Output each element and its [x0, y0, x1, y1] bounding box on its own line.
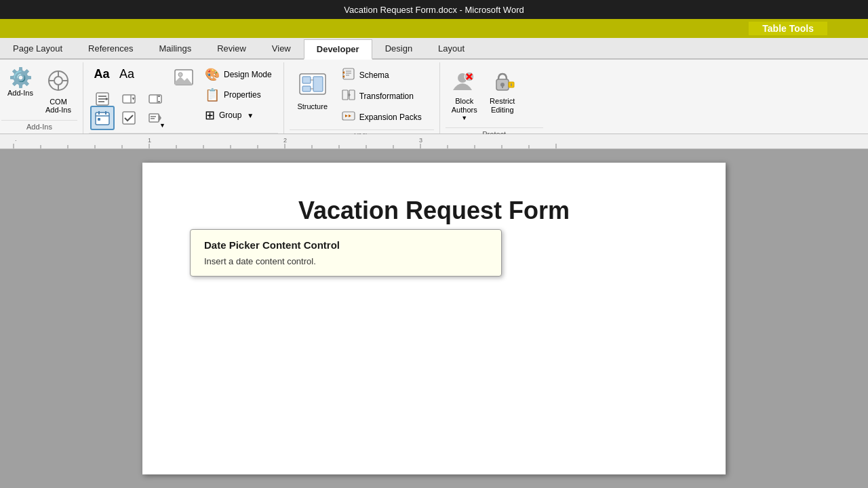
ribbon-group-addins: ⚙️ Add-Ins COMAdd-Ins Add-Ins: [0, 62, 83, 134]
svg-rect-26: [123, 112, 135, 124]
svg-text:·: ·: [15, 137, 17, 144]
plaintext-btn[interactable]: Aa: [115, 65, 138, 84]
window-title: Vacation Request Form.docx - Microsoft W…: [344, 5, 524, 15]
restrict-editing-btn[interactable]: RestrictEditing: [485, 65, 520, 125]
group-icon: ⊞: [205, 108, 215, 123]
date-picker-btn[interactable]: [90, 106, 115, 130]
ribbon-group-xml: Structure Schema: [284, 62, 440, 134]
addins-group-label: Add-Ins: [1, 120, 77, 134]
ribbon: ⚙️ Add-Ins COMAdd-Ins Add-Ins: [0, 60, 868, 134]
svg-rect-59: [0, 134, 868, 149]
protect-content: BlockAuthors ▼ RestrictEditing: [446, 62, 543, 127]
ruler: · 1 2 3: [0, 134, 868, 149]
tab-developer[interactable]: Developer: [304, 39, 372, 60]
tab-design[interactable]: Design: [372, 38, 425, 58]
svg-point-19: [178, 73, 182, 77]
design-mode-icon: 🎨: [205, 67, 220, 82]
ribbon-group-protect: BlockAuthors ▼ RestrictEditing: [440, 62, 549, 134]
expansion-packs-btn[interactable]: Expansion Packs: [337, 107, 427, 127]
svg-text:3: 3: [419, 137, 422, 144]
restrict-editing-icon: [490, 68, 515, 97]
addins-content: ⚙️ Add-Ins COMAdd-Ins: [1, 62, 77, 120]
menu-tabs: Page Layout References Mailings Review V…: [0, 38, 868, 60]
svg-rect-37: [343, 68, 354, 79]
transformation-icon: [342, 88, 355, 104]
svg-text:2: 2: [283, 137, 287, 144]
tab-page-layout[interactable]: Page Layout: [0, 38, 75, 58]
tab-review[interactable]: Review: [204, 38, 259, 58]
document-title: Vacation Request Form: [170, 197, 698, 225]
svg-rect-32: [302, 77, 311, 83]
block-authors-arrow: ▼: [461, 115, 467, 121]
block-authors-icon: [452, 68, 477, 97]
picture-ctrl-btn[interactable]: [170, 65, 197, 89]
text-controls-col: Aa Aa: [90, 65, 167, 111]
date-picker-icon: [95, 110, 110, 125]
svg-rect-33: [302, 86, 311, 92]
svg-rect-34: [313, 77, 323, 92]
xml-btns-col: Schema Transformation: [337, 65, 427, 127]
properties-btn[interactable]: 📋 Properties: [200, 85, 277, 104]
group-dropdown-arrow: ▼: [247, 112, 254, 119]
ruler-svg: · 1 2 3: [0, 134, 868, 149]
ribbon-group-controls: Aa Aa: [83, 62, 284, 134]
tab-view[interactable]: View: [259, 38, 304, 58]
structure-icon: [297, 68, 328, 102]
tooltip: Date Picker Content Control Insert a dat…: [190, 229, 502, 277]
tab-layout[interactable]: Layout: [425, 38, 477, 58]
schema-icon: [342, 67, 355, 83]
svg-text:1: 1: [148, 137, 151, 144]
svg-rect-27: [149, 114, 159, 122]
structure-btn[interactable]: Structure: [291, 65, 334, 114]
expansion-packs-icon: [342, 109, 355, 125]
svg-rect-43: [342, 90, 348, 100]
addins-icon: ⚙️: [9, 68, 33, 87]
schema-btn[interactable]: Schema: [337, 65, 427, 85]
richtext-btn[interactable]: Aa: [90, 65, 113, 84]
controls-content: Aa Aa: [89, 62, 278, 133]
svg-point-1: [54, 77, 62, 85]
group-btn[interactable]: ⊞ Group ▼: [200, 106, 277, 125]
xml-content: Structure Schema: [290, 62, 434, 129]
document-area: Vacation Request Form: [0, 149, 868, 488]
title-bar: Vacation Request Form.docx - Microsoft W…: [0, 0, 868, 19]
tooltip-title: Date Picker Content Control: [204, 239, 488, 251]
document-page[interactable]: Vacation Request Form: [142, 163, 726, 474]
legacy-tools-btn[interactable]: ▼: [143, 106, 167, 130]
design-props-col: 🎨 Design Mode 📋 Properties ⊞ Group ▼: [200, 65, 277, 125]
svg-marker-28: [159, 114, 161, 122]
checkbox-btn[interactable]: [117, 106, 141, 130]
transformation-btn[interactable]: Transformation: [337, 86, 427, 106]
tab-references[interactable]: References: [75, 38, 146, 58]
picture-icon: [174, 67, 194, 87]
tab-mailings[interactable]: Mailings: [146, 38, 205, 58]
table-tools-bar: Table Tools: [0, 19, 868, 38]
controls-row2: ▼: [90, 106, 167, 130]
com-addins-icon: [46, 68, 71, 96]
table-tools-label: Table Tools: [749, 22, 827, 35]
addins-button[interactable]: ⚙️ Add-Ins: [3, 65, 38, 101]
svg-rect-25: [98, 118, 100, 121]
block-authors-btn[interactable]: BlockAuthors ▼: [447, 65, 482, 125]
checkbox-icon: [121, 110, 136, 125]
properties-icon: 📋: [205, 87, 220, 102]
design-mode-btn[interactable]: 🎨 Design Mode: [200, 65, 277, 84]
com-addins-button[interactable]: COMAdd-Ins: [41, 65, 76, 117]
tooltip-description: Insert a date content control.: [204, 256, 488, 266]
